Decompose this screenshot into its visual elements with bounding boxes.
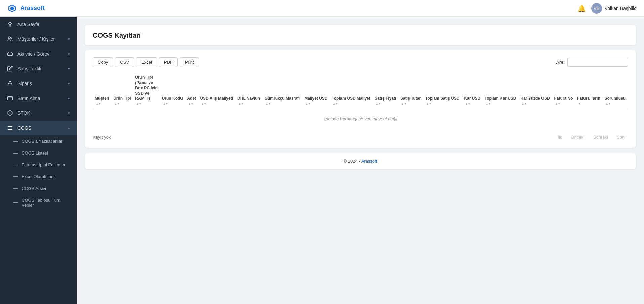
footer-link[interactable]: Arassoft	[361, 159, 377, 164]
sort-icon: ▲▼	[555, 102, 561, 105]
logo-text: Arassoft	[20, 5, 45, 12]
col-adet[interactable]: Adet ▲▼	[185, 72, 198, 109]
sort-icon: ▲▼	[333, 102, 338, 105]
sidebar-label-satin-alma: Satın Alma	[17, 96, 64, 101]
footer-text: © 2024 -	[344, 159, 361, 164]
sidebar-label-satis-teklifi: Satış Teklifi	[17, 66, 64, 71]
pagination-ilk[interactable]: İlk	[554, 133, 565, 141]
col-toplam-satis-usd[interactable]: Toplam Satış USD ▲▼	[423, 72, 462, 109]
sort-icon: ▲▼	[238, 102, 244, 105]
sidebar-item-stok[interactable]: STOK ▾	[0, 106, 77, 121]
page-title: COGS Kayıtları	[93, 32, 628, 39]
content-area: COGS Kayıtları Copy CSV Excel PDF Print …	[77, 17, 644, 304]
data-table: Müşteri ▲▼ Ürün Tipi ▲▼ Ürün Tipi(Panel …	[93, 72, 628, 128]
pagination-onceki[interactable]: Önceki	[567, 133, 588, 141]
user-area[interactable]: VB Volkan Başbilici	[591, 3, 637, 14]
avatar: VB	[591, 3, 602, 14]
sidebar-item-siparis[interactable]: Sipariş ▾	[0, 76, 77, 91]
table-wrapper: Müşteri ▲▼ Ürün Tipi ▲▼ Ürün Tipi(Panel …	[93, 72, 628, 128]
pagination-buttons: İlk Önceki Sonraki Son	[554, 133, 628, 141]
dash-icon	[13, 141, 18, 142]
toolbar: Copy CSV Excel PDF Print Ara:	[93, 57, 628, 67]
sidebar-item-cogs[interactable]: COGS ▴	[0, 121, 77, 135]
print-button[interactable]: Print	[180, 57, 199, 67]
col-urun-tipi[interactable]: Ürün Tipi ▲▼	[111, 72, 133, 109]
copy-button[interactable]: Copy	[93, 57, 113, 67]
col-gumrukcu[interactable]: Gümrükçü Masrafı ▲▼	[263, 72, 303, 109]
sidebar-item-cogs-arsivi[interactable]: COGS Arşivi	[0, 182, 77, 194]
page-title-card: COGS Kayıtları	[85, 25, 636, 45]
sidebar-item-ana-sayfa[interactable]: Ana Sayfa	[0, 17, 77, 32]
sidebar-item-excel-indir[interactable]: Excel Olarak İndir	[0, 171, 77, 182]
col-kar-yuzde-usd[interactable]: Kar Yüzde USD ▲▼	[519, 72, 552, 109]
dash-icon	[13, 165, 18, 165]
dash-icon	[13, 202, 18, 203]
excel-button[interactable]: Excel	[136, 57, 157, 67]
chevron-icon: ▾	[68, 37, 70, 41]
sidebar: Ana Sayfa Müşteriler / Kişiler ▾ Aktivit…	[0, 17, 77, 304]
col-urun-kodu[interactable]: Ürün Kodu ▲▼	[160, 72, 185, 109]
pagination-sonraki[interactable]: Sonraki	[590, 133, 611, 141]
sidebar-label-stok: STOK	[17, 110, 64, 116]
search-area: Ara:	[556, 58, 628, 67]
chevron-icon: ▾	[68, 96, 70, 101]
col-fatura-tarih[interactable]: Fatura Tarih ▼	[575, 72, 602, 109]
main-layout: Ana Sayfa Müşteriler / Kişiler ▾ Aktivit…	[0, 17, 644, 304]
empty-row: Tabloda herhangi bir veri mevcut değil	[93, 109, 628, 128]
stock-icon	[7, 110, 13, 116]
chevron-icon: ▾	[68, 52, 70, 56]
sidebar-item-satin-alma[interactable]: Satın Alma ▾	[0, 91, 77, 106]
footer: © 2024 - Arassoft	[85, 153, 636, 169]
table-body: Tabloda herhangi bir veri mevcut değil	[93, 109, 628, 128]
sort-icon: ▲▼	[486, 102, 491, 105]
edit-icon	[7, 65, 13, 72]
search-input[interactable]	[567, 58, 628, 67]
pagination: Kayıt yok İlk Önceki Sonraki Son	[93, 133, 628, 141]
col-toplam-kar-usd[interactable]: Toplam Kar USD ▲▼	[483, 72, 519, 109]
car-icon	[7, 50, 13, 57]
col-usd-alis[interactable]: USD Alış Maliyeti ▲▼	[198, 72, 235, 109]
sidebar-item-cogs-listesi[interactable]: COGS Listesi	[0, 147, 77, 159]
pagination-son[interactable]: Son	[613, 133, 628, 141]
sidebar-sub-label: Faturası İptal Edilenler	[22, 162, 65, 167]
col-dhl-navlun[interactable]: DHL Navlun ▲▼	[235, 72, 263, 109]
table-header-row: Müşteri ▲▼ Ürün Tipi ▲▼ Ürün Tipi(Panel …	[93, 72, 628, 109]
sidebar-item-cogs-tum-veriler[interactable]: COGS Tablosu Tüm Veriler	[0, 194, 77, 211]
sidebar-label-musteriler: Müşteriler / Kişiler	[17, 36, 64, 42]
sidebar-label-cogs: COGS	[17, 125, 64, 131]
sidebar-sub-label: COGS Tablosu Tüm Veriler	[22, 198, 70, 208]
top-header: Arassoft 🔔 VB Volkan Başbilici	[0, 0, 644, 17]
pdf-button[interactable]: PDF	[159, 57, 178, 67]
col-maliyet-usd[interactable]: Maliyet USD ▲▼	[302, 72, 330, 109]
dash-icon	[13, 176, 18, 177]
sort-icon: ▲▼	[163, 102, 168, 105]
chevron-icon: ▾	[68, 67, 70, 71]
col-sorumlusu[interactable]: Sorumlusu ▲▼	[602, 72, 628, 109]
sort-icon: ▲▼	[605, 102, 611, 105]
sort-icon: ▲▼	[136, 102, 142, 105]
sidebar-item-faturasi-iptal[interactable]: Faturası İptal Edilenler	[0, 159, 77, 171]
sidebar-item-aktivite[interactable]: Aktivite / Görev ▾	[0, 46, 77, 61]
sidebar-item-satis-teklifi[interactable]: Satış Teklifi ▾	[0, 61, 77, 76]
col-satis-tutar[interactable]: Satış Tutar ▲▼	[398, 72, 423, 109]
chevron-up-icon: ▴	[68, 126, 70, 130]
sidebar-label-siparis: Sipariş	[17, 81, 64, 86]
col-fatura-no[interactable]: Fatura No ▲▼	[552, 72, 575, 109]
sidebar-item-cogs-yazilacaklar[interactable]: COGS'a Yazılacaklar	[0, 135, 77, 147]
col-satis-fiyati[interactable]: Satış Fiyatı ▲▼	[373, 72, 398, 109]
csv-button[interactable]: CSV	[115, 57, 134, 67]
col-urun-tipi-panel[interactable]: Ürün Tipi(Panel veBox PC içinSSD veRAM'l…	[133, 72, 160, 109]
sidebar-sub-label: COGS Listesi	[22, 150, 48, 156]
sidebar-item-musteriler[interactable]: Müşteriler / Kişiler ▾	[0, 32, 77, 46]
bell-icon[interactable]: 🔔	[577, 4, 586, 12]
users-icon	[7, 36, 13, 42]
sidebar-sub-label: COGS'a Yazılacaklar	[22, 139, 62, 144]
sort-icon: ▲▼	[376, 102, 381, 105]
sidebar-sub-label: Excel Olarak İndir	[22, 174, 56, 179]
chevron-icon: ▾	[68, 81, 70, 86]
sort-icon: ▲▼	[305, 102, 311, 105]
col-toplam-usd-maliyet[interactable]: Toplam USD Maliyet ▲▼	[330, 72, 373, 109]
chevron-icon: ▾	[68, 111, 70, 115]
col-musteri[interactable]: Müşteri ▲▼	[93, 72, 111, 109]
col-kar-usd[interactable]: Kar USD ▲▼	[462, 72, 482, 109]
